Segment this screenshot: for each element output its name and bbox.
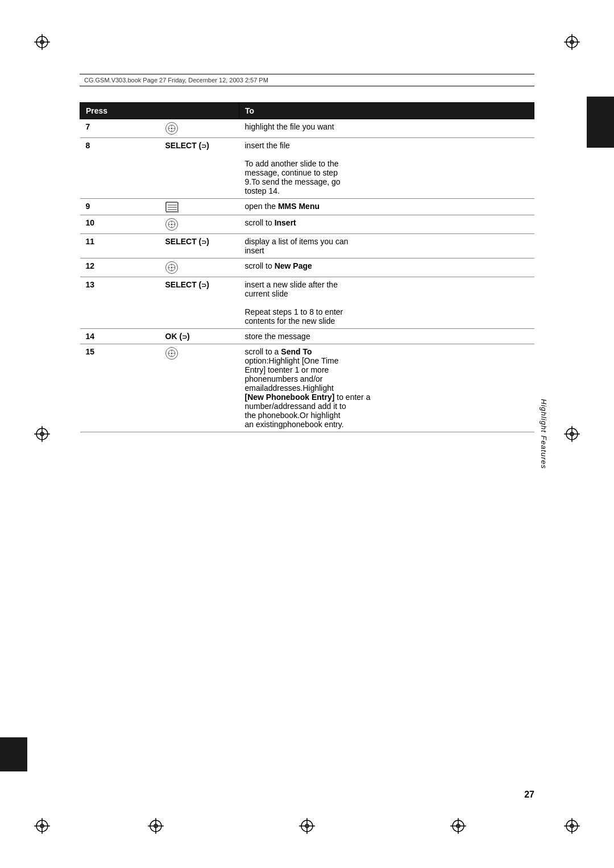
select-paren: ) (206, 280, 209, 289)
table-row: 9 open the MMS Menu (80, 199, 534, 215)
scroll-icon (165, 122, 178, 135)
insert-bold: Insert (275, 218, 296, 227)
send-to-bold: Send To (281, 347, 312, 356)
reg-mark-top-left (34, 34, 50, 50)
step-number: 7 (80, 119, 160, 138)
svg-point-53 (171, 267, 172, 269)
table-row: 13 SELECT (⊃) insert a new slide after t… (80, 277, 534, 329)
press-cell (160, 258, 239, 277)
scroll-icon (165, 347, 178, 360)
select-icon: ⊃ (201, 239, 206, 245)
to-cell: store the message (239, 329, 534, 344)
ok-icon: ⊃ (182, 333, 187, 340)
col-header-press: Press (80, 103, 239, 119)
svg-point-47 (171, 224, 172, 226)
mms-menu-bold: MMS Menu (278, 202, 320, 211)
step-number: 10 (80, 215, 160, 234)
press-cell (160, 215, 239, 234)
table-row: 12 scroll to New Page (80, 258, 534, 277)
main-content: Press To 7 (80, 91, 534, 800)
press-cell: SELECT (⊃) (160, 234, 239, 258)
select-icon: ⊃ (201, 282, 206, 289)
new-page-bold: New Page (275, 261, 312, 270)
to-cell: scroll to New Page (239, 258, 534, 277)
press-cell (160, 119, 239, 138)
reg-mark-top-right (564, 34, 580, 50)
new-phonebook-entry-bold: [New Phonebook Entry] (245, 393, 335, 402)
reg-mark-bottom-mid-left (148, 818, 164, 834)
table-row: 14 OK (⊃) store the message (80, 329, 534, 344)
select-button-label: SELECT ( (165, 237, 202, 246)
select-button-label: SELECT ( (165, 280, 202, 289)
reg-mark-bottom-right (564, 818, 580, 834)
press-cell (160, 199, 239, 215)
scroll-icon (165, 218, 178, 231)
to-cell: display a list of items you caninsert (239, 234, 534, 258)
to-cell: open the MMS Menu (239, 199, 534, 215)
col-header-to: To (239, 103, 534, 119)
file-header-text: CG.GSM.V303.book Page 27 Friday, Decembe… (84, 77, 268, 84)
step-number: 14 (80, 329, 160, 344)
table-row: 11 SELECT (⊃) display a list of items yo… (80, 234, 534, 258)
select-paren: ) (206, 141, 209, 150)
table-row: 10 scroll to Insert (80, 215, 534, 234)
press-cell (160, 344, 239, 432)
step-number: 15 (80, 344, 160, 432)
scroll-icon (165, 261, 178, 274)
step-number: 11 (80, 234, 160, 258)
instruction-table: Press To 7 (80, 102, 534, 432)
ok-paren: ) (187, 332, 190, 341)
step-number: 12 (80, 258, 160, 277)
black-tab-left (0, 737, 27, 771)
to-cell: scroll to Insert (239, 215, 534, 234)
press-cell: SELECT (⊃) (160, 277, 239, 329)
ok-button-label: OK ( (165, 332, 182, 341)
to-cell: highlight the file you want (239, 119, 534, 138)
select-icon: ⊃ (201, 143, 206, 149)
table-row: 7 highlight the file you want (80, 119, 534, 138)
reg-mark-mid-left (34, 426, 50, 442)
table-row: 15 scroll to a Send To (80, 344, 534, 432)
to-cell: insert the file To add another slide to … (239, 138, 534, 199)
select-button-label: SELECT ( (165, 141, 202, 150)
step-number: 9 (80, 199, 160, 215)
to-cell: insert a new slide after the current sli… (239, 277, 534, 329)
sidebar-label: Highlight Features (540, 399, 548, 469)
reg-mark-bottom-center (299, 818, 315, 834)
step-number: 8 (80, 138, 160, 199)
svg-point-59 (171, 353, 172, 354)
reg-mark-bottom-mid-right (450, 818, 466, 834)
file-header: CG.GSM.V303.book Page 27 Friday, Decembe… (80, 74, 534, 86)
svg-point-37 (171, 128, 172, 130)
press-cell: SELECT (⊃) (160, 138, 239, 199)
press-cell: OK (⊃) (160, 329, 239, 344)
select-paren: ) (206, 237, 209, 246)
menu-icon (165, 202, 178, 212)
reg-mark-bottom-left (34, 818, 50, 834)
step-number: 13 (80, 277, 160, 329)
table-row: 8 SELECT (⊃) insert the file To add anot… (80, 138, 534, 199)
reg-mark-mid-right (564, 426, 580, 442)
black-tab-right (587, 97, 614, 148)
to-cell: scroll to a Send To option:Highlight [On… (239, 344, 534, 432)
